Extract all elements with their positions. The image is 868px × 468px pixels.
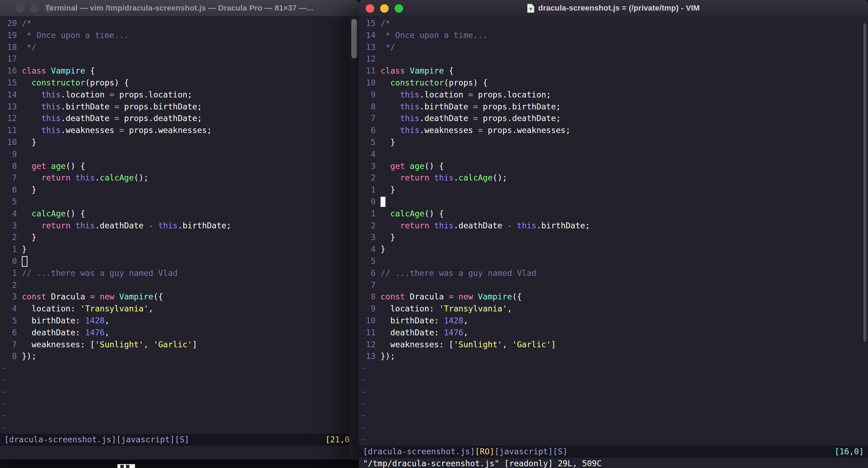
tilde-row: ~	[359, 434, 868, 446]
line-number: 14	[359, 30, 376, 42]
code-buffer[interactable]: 20/*19 * Once upon a time...18 */1716cla…	[0, 18, 359, 434]
code-line: 7 return this.calcAge();	[0, 172, 359, 184]
line-number: 2	[359, 220, 376, 232]
tilde-row: ~	[0, 422, 359, 434]
statusline-readonly-flag: [RO]	[475, 446, 494, 458]
vim-commandline	[0, 446, 359, 458]
code-line: 11 this.weaknesses = props.weaknesses;	[0, 125, 359, 137]
document-icon	[527, 4, 535, 13]
line-number: 8	[359, 101, 376, 113]
code-line: 7 this.deathDate = props.deathDate;	[359, 113, 868, 125]
code-line: 1}	[0, 244, 359, 255]
line-number: 10	[0, 137, 17, 148]
code-line: 13 */	[359, 42, 868, 53]
line-number: 13	[0, 101, 17, 113]
statusline-position: [16,0]	[835, 446, 864, 458]
line-number: 5	[0, 196, 17, 208]
right-titlebar[interactable]: dracula-screenshot.js = (/private/tmp) -…	[359, 0, 868, 17]
line-number: 11	[359, 65, 376, 77]
line-number: 4	[359, 148, 376, 160]
line-number: 7	[359, 279, 376, 291]
line-number: 0	[0, 255, 17, 267]
scrollbar-track[interactable]	[350, 16, 359, 460]
code-line: 10 }	[0, 137, 359, 148]
code-line: 8});	[0, 350, 359, 362]
line-number: 9	[359, 89, 376, 101]
code-line: 7	[359, 279, 868, 291]
window-title-group: dracula-screenshot.js = (/private/tmp) -…	[359, 0, 868, 16]
line-number: 19	[0, 30, 17, 42]
code-line: 3const Dracula = new Vampire({	[0, 291, 359, 303]
terminal-window: Terminal — vim /tmp/dracula-screenshot.j…	[0, 0, 359, 460]
code-line: 3 return this.deathDate - this.birthDate…	[0, 220, 359, 232]
code-line: 17	[0, 53, 359, 65]
code-line: 1 }	[359, 184, 868, 196]
line-number: 4	[0, 208, 17, 220]
code-line: 1// ...there was a guy named Vlad	[0, 267, 359, 279]
code-line: 11class Vampire {	[359, 65, 868, 77]
line-number: 6	[359, 267, 376, 279]
code-line: 6 this.weaknesses = props.weaknesses;	[359, 125, 868, 137]
code-line: 5	[359, 255, 868, 267]
line-number: 17	[0, 53, 17, 65]
line-number: 14	[0, 89, 17, 101]
code-line: 12 this.deathDate = props.deathDate;	[0, 113, 359, 125]
line-number: 16	[0, 65, 17, 77]
code-line: 0	[359, 196, 868, 208]
code-line: 6 }	[0, 184, 359, 196]
line-number: 13	[359, 350, 376, 362]
line-number: 5	[0, 315, 17, 327]
line-number: 3	[359, 232, 376, 244]
line-number: 7	[0, 339, 17, 351]
code-line: 18 */	[0, 42, 359, 53]
vim-cursor	[22, 256, 27, 267]
window-title: dracula-screenshot.js = (/private/tmp) -…	[538, 4, 700, 13]
code-line: 9 location: 'Transylvania',	[359, 303, 868, 315]
code-line: 4	[359, 148, 868, 160]
scrollbar-thumb[interactable]	[863, 23, 866, 342]
line-number: 8	[359, 291, 376, 303]
scrollbar-thumb[interactable]	[351, 19, 357, 58]
line-number: 5	[359, 255, 376, 267]
vim-editor[interactable]: 15/*14 * Once upon a time...13 */1211cla…	[359, 16, 868, 468]
vim-statusline: [dracula-screenshot.js][javascript][S] […	[0, 434, 359, 446]
vim-statusline: [dracula-screenshot.js] [RO] [javascript…	[359, 446, 868, 458]
line-number: 12	[359, 53, 376, 65]
line-number: 2	[0, 279, 17, 291]
code-line: 3 get age() {	[359, 160, 868, 172]
vim-editor[interactable]: 20/*19 * Once upon a time...18 */1716cla…	[0, 16, 359, 460]
line-number: 2	[359, 172, 376, 184]
line-number: 18	[0, 42, 17, 53]
line-number: 1	[359, 184, 376, 196]
statusline-file-info: [dracula-screenshot.js][javascript][S]	[4, 434, 189, 446]
line-number: 2	[0, 232, 17, 244]
code-line: 3 }	[359, 232, 868, 244]
code-line: 14 this.location = props.location;	[0, 89, 359, 101]
code-line: 4 location: 'Transylvania',	[0, 303, 359, 315]
line-number: 15	[359, 18, 376, 30]
code-line: 6// ...there was a guy named Vlad	[359, 267, 868, 279]
code-line: 20/*	[0, 18, 359, 30]
code-line: 5	[0, 196, 359, 208]
tilde-row: ~	[359, 374, 868, 386]
code-line: 13});	[359, 350, 868, 362]
left-titlebar[interactable]: Terminal — vim /tmp/dracula-screenshot.j…	[0, 0, 359, 17]
line-number: 3	[359, 160, 376, 172]
line-number: 15	[0, 77, 17, 89]
tilde-row: ~	[0, 410, 359, 422]
code-line: 12 weaknesses: ['Sunlight', 'Garlic']	[359, 339, 868, 351]
code-line: 2 return this.calcAge();	[359, 172, 868, 184]
code-line: 5 }	[359, 137, 868, 148]
code-line: 1 calcAge() {	[359, 208, 868, 220]
macvim-window: dracula-screenshot.js = (/private/tmp) -…	[359, 0, 868, 468]
code-line: 9 this.location = props.location;	[359, 89, 868, 101]
code-line: 5 birthDate: 1428,	[0, 315, 359, 327]
code-line: 14 * Once upon a time...	[359, 30, 868, 42]
vim-commandline: "/tmp/dracula-screenshot.js" [readonly] …	[359, 458, 868, 468]
code-buffer[interactable]: 15/*14 * Once upon a time...13 */1211cla…	[359, 18, 868, 446]
code-line: 2 }	[0, 232, 359, 244]
line-number: 1	[0, 244, 17, 255]
line-number: 10	[359, 315, 376, 327]
code-line: 19 * Once upon a time...	[0, 30, 359, 42]
line-number: 11	[0, 125, 17, 137]
